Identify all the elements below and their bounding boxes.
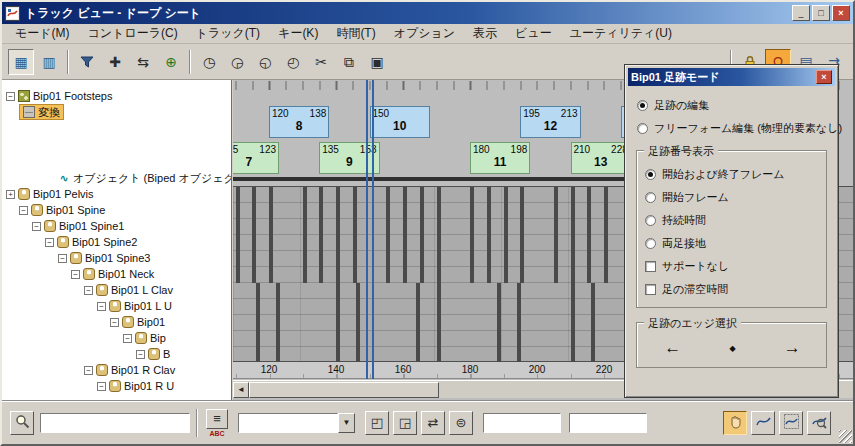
maximize-button[interactable]: □ bbox=[812, 5, 830, 21]
keyframe-bar[interactable] bbox=[256, 283, 260, 363]
tree-expander[interactable]: − bbox=[71, 270, 80, 279]
tree-expander[interactable]: − bbox=[32, 222, 41, 231]
tree-expander[interactable]: − bbox=[97, 382, 106, 391]
tree-item-spine1[interactable]: −Bip01 Spine1 bbox=[32, 218, 124, 234]
tree-item-r-clav[interactable]: −Bip01 R Clav bbox=[84, 362, 175, 378]
paste-time-button[interactable]: ▣ bbox=[364, 49, 390, 75]
slide-keys-button[interactable]: ⇆ bbox=[130, 49, 156, 75]
tree-expander[interactable]: − bbox=[84, 286, 93, 295]
keyframe-bar[interactable] bbox=[336, 187, 340, 283]
tree-expander[interactable]: − bbox=[19, 206, 28, 215]
tree-item-spine[interactable]: −Bip01 Spine bbox=[19, 202, 105, 218]
filter-button[interactable] bbox=[74, 49, 100, 75]
add-keys-button[interactable]: ⊕ bbox=[158, 49, 184, 75]
tree-item-r-u[interactable]: −Bip01 R U bbox=[97, 378, 174, 394]
menu-item-key[interactable]: キー(K) bbox=[269, 23, 327, 44]
tree-item-l-arm[interactable]: −Bip01 bbox=[110, 314, 165, 330]
tree-item-spine3[interactable]: −Bip01 Spine3 bbox=[58, 250, 150, 266]
tree-item-l-u[interactable]: −Bip01 L U bbox=[97, 298, 172, 314]
tree-expander[interactable]: − bbox=[97, 302, 106, 311]
keyframe-bar[interactable] bbox=[403, 187, 407, 283]
keyframe-bar[interactable] bbox=[269, 187, 273, 283]
radio-duration[interactable]: 持続時間 bbox=[645, 213, 820, 228]
keyframe-bar[interactable] bbox=[604, 187, 608, 283]
tree-expander[interactable]: + bbox=[6, 190, 15, 199]
dialog-title-bar[interactable]: Bip01 足跡モード × bbox=[628, 68, 835, 86]
keyframe-bar[interactable] bbox=[336, 283, 340, 363]
keyframe-bar[interactable] bbox=[554, 187, 558, 283]
menu-item-options[interactable]: オプション bbox=[385, 23, 464, 44]
footstep-block-left-foot[interactable]: 1051237 bbox=[233, 142, 279, 174]
move-keys-button[interactable]: ✚ bbox=[102, 49, 128, 75]
menu-item-view[interactable]: ビュー bbox=[506, 23, 561, 44]
track-set-input[interactable] bbox=[238, 413, 338, 433]
footstep-block-right-foot[interactable]: 1201388 bbox=[269, 106, 329, 138]
keyframe-bar[interactable] bbox=[356, 283, 360, 363]
keyframe-bar[interactable] bbox=[571, 187, 575, 283]
keyframe-bar[interactable] bbox=[303, 187, 307, 283]
zoom-selected-object-button[interactable] bbox=[10, 411, 34, 435]
tree-expander[interactable]: − bbox=[6, 92, 15, 101]
tree-item-pelvis[interactable]: +Bip01 Pelvis bbox=[6, 186, 94, 202]
tree-item-object[interactable]: ∿オブジェクト (Biped オブジェクト bbox=[58, 170, 232, 186]
menu-item-time[interactable]: 時間(T) bbox=[327, 23, 384, 44]
key-value-field[interactable] bbox=[569, 413, 647, 433]
cut-time-button[interactable]: ✂ bbox=[308, 49, 334, 75]
menu-item-controller[interactable]: コントローラ(C) bbox=[79, 23, 187, 44]
radio-start-end-frames[interactable]: 開始および終了フレーム bbox=[645, 167, 820, 182]
tree-item-transform[interactable]: 変換 bbox=[19, 104, 64, 120]
keyframe-bar[interactable] bbox=[386, 187, 390, 283]
keyframe-bar[interactable] bbox=[353, 187, 357, 283]
radio-start-frame[interactable]: 開始フレーム bbox=[645, 190, 820, 205]
keyframe-bar[interactable] bbox=[437, 283, 441, 363]
scrollbar-thumb[interactable] bbox=[249, 382, 439, 398]
remove-track-set-button[interactable]: ◲ bbox=[393, 411, 417, 435]
combo-dropdown-button[interactable]: ▼ bbox=[338, 413, 355, 433]
keyframe-bar[interactable] bbox=[319, 187, 323, 283]
checkbox-no-support[interactable]: サポートなし bbox=[645, 259, 820, 274]
footstep-block-right-foot[interactable]: 19521312 bbox=[520, 106, 580, 138]
menu-item-display[interactable]: 表示 bbox=[464, 23, 506, 44]
keyframe-bar[interactable] bbox=[587, 187, 591, 283]
select-time-button[interactable]: ◷ bbox=[196, 49, 222, 75]
tree-item-l-finger[interactable]: −B bbox=[136, 346, 170, 362]
copy-time-button[interactable]: ⧉ bbox=[336, 49, 362, 75]
close-button[interactable]: × bbox=[832, 5, 850, 21]
keyframe-bar[interactable] bbox=[416, 283, 420, 363]
tree-expander[interactable]: − bbox=[84, 366, 93, 375]
radio-freeform-edit[interactable]: フリーフォーム編集 (物理的要素なし) bbox=[637, 121, 826, 136]
keyframe-bar[interactable] bbox=[504, 187, 508, 283]
keyframe-bar[interactable] bbox=[437, 187, 441, 283]
zoom-region-button[interactable] bbox=[807, 411, 831, 435]
select-right-edge-button[interactable]: → bbox=[774, 338, 810, 358]
add-track-set-button[interactable]: ◰ bbox=[365, 411, 389, 435]
keyframe-bar[interactable] bbox=[487, 187, 491, 283]
tree-item-spine2[interactable]: −Bip01 Spine2 bbox=[45, 234, 137, 250]
scroll-left-button[interactable]: ◄ bbox=[233, 382, 249, 398]
select-neutral-button[interactable]: ◆ bbox=[714, 344, 750, 353]
radio-double-support[interactable]: 両足接地 bbox=[645, 236, 820, 251]
zoom-value-extents-button[interactable] bbox=[779, 411, 803, 435]
track-set-combo[interactable]: ▼ bbox=[238, 413, 355, 433]
scale-time-button[interactable]: ◶ bbox=[224, 49, 250, 75]
menu-item-mode[interactable]: モード(M) bbox=[6, 23, 79, 44]
time-slider[interactable] bbox=[366, 80, 374, 379]
keyframe-bar[interactable] bbox=[420, 187, 424, 283]
lock-track-set-button[interactable]: ⊜ bbox=[449, 411, 473, 435]
keyframe-bar[interactable] bbox=[517, 283, 521, 363]
insert-time-button[interactable]: ◵ bbox=[252, 49, 278, 75]
keyframe-bar[interactable] bbox=[276, 283, 280, 363]
keyframe-bar[interactable] bbox=[236, 187, 240, 283]
edit-ranges-button[interactable]: ▥ bbox=[36, 49, 62, 75]
tree-expander[interactable]: − bbox=[123, 334, 132, 343]
tree-item-l-clav[interactable]: −Bip01 L Clav bbox=[84, 282, 173, 298]
radio-footstep-edit[interactable]: 足跡の編集 bbox=[637, 98, 826, 113]
pan-button[interactable] bbox=[723, 411, 747, 435]
footstep-block-right-foot[interactable]: 15010 bbox=[370, 106, 430, 138]
resize-grip[interactable] bbox=[839, 430, 852, 443]
zoom-horizontal-extents-button[interactable] bbox=[751, 411, 775, 435]
checkbox-airborne-time[interactable]: 足の滞空時間 bbox=[645, 282, 820, 297]
tree-expander[interactable]: − bbox=[136, 350, 145, 359]
title-bar[interactable]: トラック ビュー - ドープ シート _ □ × bbox=[2, 2, 853, 24]
minimize-button[interactable]: _ bbox=[792, 5, 810, 21]
